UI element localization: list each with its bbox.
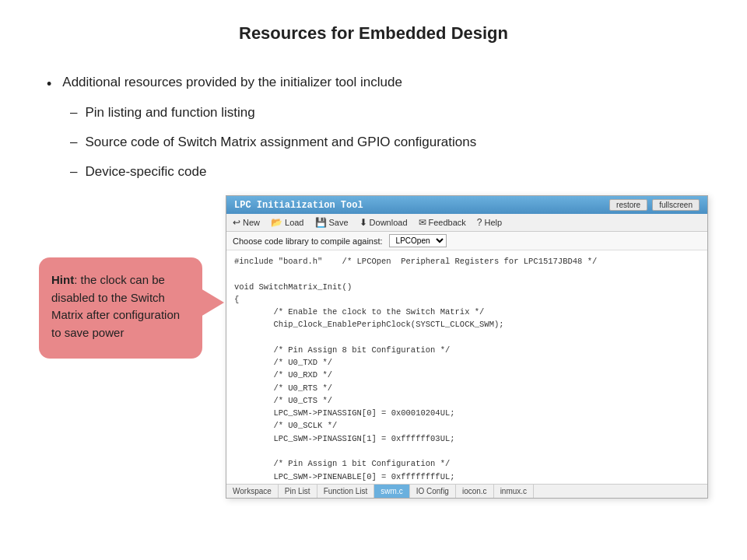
toolbar-help-label: Help bbox=[485, 218, 503, 227]
lpc-tab-inmux-c[interactable]: inmux.c bbox=[494, 485, 534, 498]
bullet-text: Additional resources provided by the ini… bbox=[62, 75, 402, 90]
bullet-dot: • bbox=[47, 77, 51, 91]
toolbar-help[interactable]: ? Help bbox=[477, 217, 502, 228]
lpc-tool-window: LPC Initialization Tool restore fullscre… bbox=[226, 195, 708, 499]
toolbar-save-label: Save bbox=[329, 218, 349, 227]
load-icon: 📂 bbox=[271, 217, 282, 228]
code-library-select[interactable]: LPCOpen bbox=[389, 234, 447, 247]
dash-3: – bbox=[70, 164, 77, 180]
restore-button[interactable]: restore bbox=[609, 199, 647, 211]
toolbar-load[interactable]: 📂 Load bbox=[271, 217, 303, 228]
lpc-tabs: WorkspacePin ListFunction Listswm.cIO Co… bbox=[226, 484, 707, 498]
dash-2: – bbox=[70, 135, 77, 150]
lpc-tab-iocon-c[interactable]: iocon.c bbox=[456, 485, 494, 498]
help-icon: ? bbox=[477, 217, 482, 228]
sub-item-1: – Pin listing and function listing bbox=[70, 105, 708, 121]
new-icon: ↩ bbox=[233, 217, 240, 228]
lpc-tab-io-config[interactable]: IO Config bbox=[410, 485, 456, 498]
lpc-code-area[interactable]: #include "board.h" /* LPCOpen Peripheral… bbox=[226, 250, 707, 484]
dash-1: – bbox=[70, 105, 77, 121]
toolbar-feedback[interactable]: ✉ Feedback bbox=[419, 217, 466, 228]
lpc-tab-workspace[interactable]: Workspace bbox=[226, 485, 279, 498]
download-icon: ⬇ bbox=[359, 217, 367, 228]
sub-item-3: – Device-specific code bbox=[70, 164, 708, 180]
fullscreen-button[interactable]: fullscreen bbox=[652, 199, 700, 211]
bullet-section: • Additional resources provided by the i… bbox=[47, 75, 708, 180]
lpc-tab-pin-list[interactable]: Pin List bbox=[279, 485, 317, 498]
lpc-tab-function-list[interactable]: Function List bbox=[317, 485, 375, 498]
sub-items: – Pin listing and function listing – Sou… bbox=[70, 105, 708, 180]
lpc-tab-swm-c[interactable]: swm.c bbox=[374, 485, 409, 498]
save-icon: 💾 bbox=[315, 217, 327, 228]
sub-item-text-1: Pin listing and function listing bbox=[85, 105, 254, 121]
toolbar-feedback-label: Feedback bbox=[429, 218, 466, 227]
toolbar-new[interactable]: ↩ New bbox=[233, 217, 260, 228]
toolbar-save[interactable]: 💾 Save bbox=[315, 217, 349, 228]
sub-item-2: – Source code of Switch Matrix assignmen… bbox=[70, 135, 708, 150]
bullet-item: • Additional resources provided by the i… bbox=[47, 75, 708, 91]
codebar-label: Choose code library to compile against: bbox=[233, 236, 383, 246]
lpc-titlebar: LPC Initialization Tool restore fullscre… bbox=[226, 196, 707, 214]
bottom-area: Hint: the clock can be disabled to the S… bbox=[39, 195, 708, 499]
titlebar-buttons: restore fullscreen bbox=[609, 199, 700, 211]
sub-item-text-2: Source code of Switch Matrix assignment … bbox=[85, 135, 476, 150]
feedback-icon: ✉ bbox=[419, 217, 426, 228]
hint-bold: Hint bbox=[51, 273, 74, 286]
lpc-toolbar: ↩ New 📂 Load 💾 Save ⬇ Download ✉ Fee bbox=[226, 214, 707, 232]
toolbar-load-label: Load bbox=[285, 218, 303, 227]
page-container: Resources for Embedded Design • Addition… bbox=[0, 0, 747, 522]
toolbar-new-label: New bbox=[243, 218, 260, 227]
lpc-title: LPC Initialization Tool bbox=[234, 200, 363, 211]
page-title: Resources for Embedded Design bbox=[39, 23, 708, 44]
sub-item-text-3: Device-specific code bbox=[85, 164, 206, 180]
toolbar-download[interactable]: ⬇ Download bbox=[359, 217, 408, 228]
lpc-codebar: Choose code library to compile against: … bbox=[226, 232, 707, 250]
hint-box: Hint: the clock can be disabled to the S… bbox=[39, 257, 202, 359]
toolbar-download-label: Download bbox=[370, 218, 408, 227]
